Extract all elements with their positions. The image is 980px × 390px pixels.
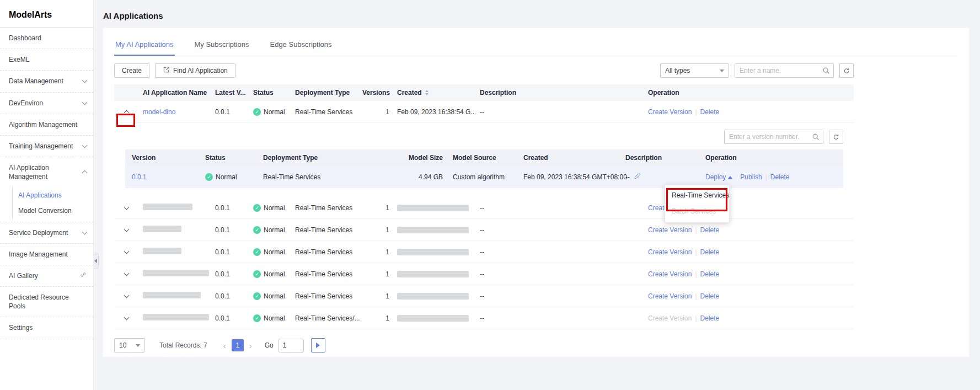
create-version-link[interactable]: Create Version [648, 292, 692, 300]
go-page-input[interactable] [279, 339, 304, 352]
delete-link[interactable]: Delete [700, 248, 720, 256]
delete-link[interactable]: Delete [700, 108, 720, 116]
collapse-row-icon[interactable] [124, 110, 129, 115]
col-status: Status [199, 154, 256, 162]
page-1-button[interactable]: 1 [232, 339, 244, 351]
redacted-name [143, 226, 181, 232]
sidebar-item-dedicated-resource-pools[interactable]: Dedicated Resource Pools [0, 287, 93, 317]
expand-row-icon[interactable] [124, 248, 129, 254]
version-search-input[interactable] [724, 130, 823, 144]
sidebar-collapse-handle[interactable] [93, 253, 99, 269]
col-description: Description [475, 89, 644, 97]
external-link-icon [80, 271, 87, 280]
version-table-header: Version Status Deployment Type Model Siz… [125, 149, 843, 166]
sidebar-item-training-management[interactable]: Training Management [0, 136, 93, 157]
app: ModelArts Dashboard ExeML Data Managemen… [0, 0, 980, 390]
find-ai-application-button[interactable]: Find AI Application [155, 63, 235, 78]
delete-link[interactable]: Delete [700, 292, 720, 300]
sidebar-item-data-management[interactable]: Data Management [0, 71, 93, 92]
col-versions: Versions [362, 89, 393, 97]
sidebar-group-ai-application-management: AI Application Management AI Application… [0, 157, 93, 222]
sidebar-item-dashboard[interactable]: Dashboard [0, 28, 93, 49]
name-search-input[interactable] [735, 63, 834, 78]
sidebar-item-ai-applications[interactable]: AI Applications [13, 188, 93, 203]
sidebar-item-ai-gallery[interactable]: AI Gallery [0, 265, 93, 287]
delete-link[interactable]: Delete [700, 270, 720, 278]
col-model-size: Model Size [404, 154, 445, 162]
expand-row-icon[interactable] [124, 226, 129, 232]
total-records: Total Records: 7 [159, 341, 207, 349]
search-icon[interactable] [812, 133, 820, 142]
status-ok-icon: ✓ [253, 314, 261, 322]
go-to-page: Go [265, 338, 325, 352]
next-page-button[interactable]: › [248, 341, 254, 350]
sidebar-item-settings[interactable]: Settings [0, 317, 93, 339]
deploy-link[interactable]: Deploy [705, 173, 726, 181]
sidebar-item-exeml[interactable]: ExeML [0, 49, 93, 71]
status-ok-icon: ✓ [253, 226, 261, 234]
sidebar-item-ai-application-management[interactable]: AI Application Management [0, 157, 93, 187]
go-button[interactable] [311, 338, 325, 352]
create-version-link[interactable]: Create Version [648, 314, 692, 322]
version-refresh-button[interactable] [829, 130, 843, 144]
create-version-link[interactable]: Create Version [648, 226, 692, 234]
create-version-link[interactable]: Create Version [648, 108, 692, 116]
table-row: 0.0.1 ✓Normal Real-Time Services 1 -- Cr… [114, 241, 854, 263]
expand-row-icon[interactable] [124, 292, 129, 298]
sidebar-item-image-management[interactable]: Image Management [0, 244, 93, 265]
col-created: Created [517, 154, 619, 162]
col-created: Created [393, 89, 475, 97]
ai-application-name-link[interactable]: model-dino [143, 108, 175, 116]
table-row: 0.0.1 ✓Normal Real-Time Services 1 -- Cr… [114, 285, 854, 307]
prev-page-button[interactable]: ‹ [222, 341, 228, 350]
refresh-button[interactable] [839, 63, 854, 78]
expand-row-icon[interactable] [124, 204, 129, 210]
redacted-name [143, 314, 209, 320]
tab-my-subscriptions[interactable]: My Subscriptions [194, 36, 250, 56]
find-icon [163, 66, 170, 75]
redacted-name [143, 270, 209, 276]
main-content: AI Applications My AI Applications My Su… [94, 0, 980, 390]
tab-edge-subscriptions[interactable]: Edge Subscriptions [269, 36, 333, 56]
table-row: 0.0.1 ✓Normal Real-Time Services 1 -- Cr… [114, 219, 854, 241]
status-ok-icon: ✓ [253, 292, 261, 300]
version-table: Version Status Deployment Type Model Siz… [125, 149, 843, 188]
sidebar-item-devenviron[interactable]: DevEnviron [0, 93, 93, 114]
sidebar-submenu: AI Applications Model Conversion [12, 188, 93, 218]
page-navigation: ‹ 1 › [222, 339, 254, 351]
sort-icon[interactable] [425, 90, 429, 95]
create-version-link[interactable]: Create Version [648, 248, 692, 256]
publish-link[interactable]: Publish [740, 173, 762, 181]
tab-my-ai-applications[interactable]: My AI Applications [114, 36, 175, 56]
create-button[interactable]: Create [114, 63, 149, 78]
sidebar-item-algorithm-management[interactable]: Algorithm Management [0, 114, 93, 136]
version-link[interactable]: 0.0.1 [132, 173, 147, 181]
status-ok-icon: ✓ [253, 108, 261, 116]
status-text: Normal [264, 108, 285, 116]
col-latest-version: Latest V... [211, 89, 249, 97]
menu-item-real-time-services[interactable]: Real-Time Services [665, 188, 729, 204]
delete-link[interactable]: Delete [700, 314, 720, 322]
type-filter-select[interactable]: All types [660, 63, 729, 78]
version-row: 0.0.1 ✓Normal Real-Time Services 4.94 GB… [125, 166, 843, 188]
search-icon[interactable] [822, 67, 830, 76]
chevron-down-icon [82, 99, 88, 105]
chevron-down-icon [720, 70, 724, 72]
chevron-down-icon [136, 344, 140, 347]
redacted-name [143, 248, 181, 254]
expand-row-icon[interactable] [124, 314, 129, 320]
page-size-select[interactable]: 10 [114, 338, 145, 352]
create-version-link[interactable]: Create Version [648, 270, 692, 278]
delete-link[interactable]: Delete [700, 226, 720, 234]
sidebar-item-service-deployment[interactable]: Service Deployment [0, 222, 93, 244]
sidebar-item-model-conversion[interactable]: Model Conversion [13, 203, 93, 218]
expand-row-icon[interactable] [124, 270, 129, 276]
edit-description-icon[interactable] [634, 173, 641, 181]
play-icon [316, 343, 320, 348]
col-deployment-type: Deployment Type [256, 154, 404, 162]
delete-link[interactable]: Delete [770, 173, 790, 181]
status-ok-icon: ✓ [205, 173, 213, 181]
menu-item-batch-services[interactable]: Batch Services [665, 204, 729, 220]
table-header: AI Application Name Latest V... Status D… [114, 84, 854, 101]
go-label: Go [265, 341, 274, 349]
